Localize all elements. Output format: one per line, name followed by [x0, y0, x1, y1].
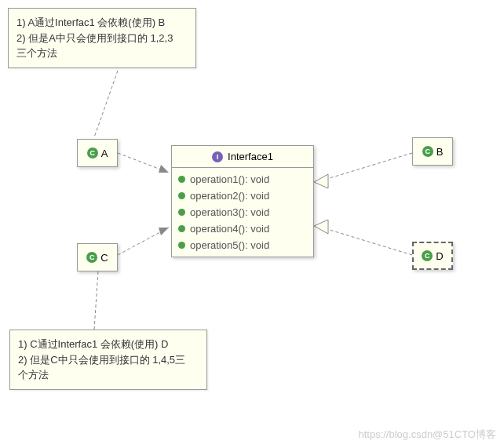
- operation-label: operation5(): void: [190, 239, 269, 251]
- svg-marker-8: [314, 220, 328, 234]
- note-line: 2) 但是C中只会使用到接口的 1,4,5三: [18, 352, 199, 368]
- class-icon: C: [422, 250, 433, 261]
- class-label: C: [100, 252, 108, 264]
- note-line: 个方法: [18, 367, 199, 383]
- note-line: 1) A通过Interfac1 会依赖(使用) B: [16, 15, 188, 31]
- svg-line-9: [94, 271, 98, 330]
- class-label: B: [436, 146, 444, 158]
- operation-row: operation2(): void: [172, 188, 313, 204]
- note-a-usage: 1) A通过Interfac1 会依赖(使用) B 2) 但是A中只会使用到接口…: [8, 8, 196, 68]
- watermark: https://blog.csdn@51CTO博客: [358, 428, 496, 442]
- class-icon: C: [87, 148, 98, 158]
- note-line: 三个方法: [16, 46, 188, 61]
- class-icon: C: [86, 252, 97, 263]
- svg-line-1: [118, 153, 169, 173]
- operation-label: operation4(): void: [190, 223, 269, 235]
- operation-label: operation3(): void: [190, 206, 269, 218]
- operation-row: operation4(): void: [172, 220, 313, 237]
- note-line: 1) C通过Interfac1 会依赖(使用) D: [18, 337, 199, 352]
- interface-name: Interface1: [228, 151, 273, 162]
- method-icon: [178, 209, 185, 216]
- class-label: D: [436, 250, 443, 262]
- svg-line-7: [322, 228, 412, 255]
- svg-line-3: [118, 228, 169, 255]
- method-icon: [178, 176, 185, 183]
- method-icon: [178, 242, 185, 249]
- method-icon: [178, 225, 185, 232]
- interface-operations: operation1(): void operation2(): void op…: [172, 168, 313, 257]
- svg-line-5: [322, 153, 412, 180]
- operation-row: operation1(): void: [172, 171, 313, 188]
- note-c-usage: 1) C通过Interfac1 会依赖(使用) D 2) 但是C中只会使用到接口…: [9, 330, 207, 390]
- svg-marker-6: [314, 174, 328, 188]
- operation-row: operation3(): void: [172, 204, 313, 220]
- class-b[interactable]: C B: [412, 137, 453, 166]
- class-c[interactable]: C C: [77, 243, 118, 271]
- class-a[interactable]: C A: [77, 139, 118, 167]
- interface-icon: I: [212, 151, 223, 162]
- svg-marker-4: [159, 228, 169, 235]
- operation-label: operation1(): void: [190, 173, 269, 185]
- class-label: A: [101, 148, 108, 159]
- class-d[interactable]: C D: [412, 242, 453, 270]
- operation-row: operation5(): void: [172, 237, 313, 253]
- note-line: 2) 但是A中只会使用到接口的 1,2,3: [16, 31, 188, 46]
- svg-marker-2: [159, 165, 169, 173]
- class-icon: C: [422, 146, 433, 157]
- interface-box[interactable]: I Interface1 operation1(): void operatio…: [171, 145, 314, 257]
- svg-line-0: [94, 71, 118, 137]
- method-icon: [178, 192, 185, 199]
- operation-label: operation2(): void: [190, 190, 269, 202]
- interface-header: I Interface1: [172, 146, 313, 168]
